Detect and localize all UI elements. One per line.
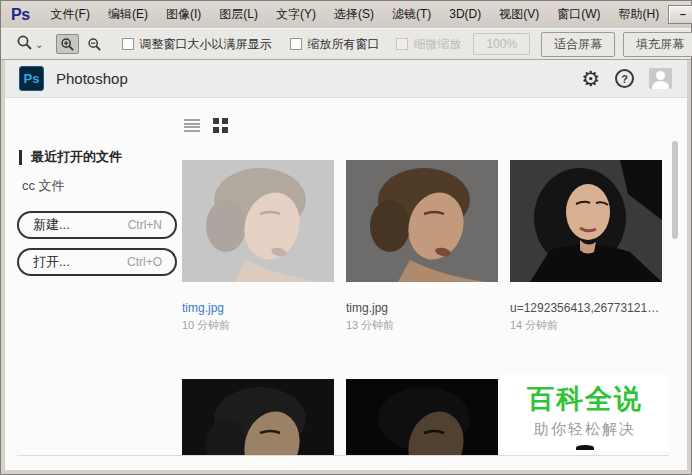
app-title: Photoshop <box>56 70 128 87</box>
help-icon[interactable]: ? <box>615 69 634 88</box>
file-name-link[interactable]: timg.jpg <box>182 301 334 315</box>
file-card: u=1292356413,2677312174&f... 14 分钟前 <box>510 160 662 282</box>
menu-3d[interactable]: 3D(D) <box>440 1 490 28</box>
checkbox-box <box>396 38 408 50</box>
file-card <box>346 379 498 455</box>
new-button-label: 新建... <box>33 216 70 234</box>
menu-type[interactable]: 文字(Y) <box>267 1 325 28</box>
file-card: timg.jpg 10 分钟前 <box>182 160 334 282</box>
ps-titlebar-logo: Ps <box>11 6 30 24</box>
file-time: 14 分钟前 <box>510 318 662 333</box>
menu-select[interactable]: 选择(S) <box>325 1 383 28</box>
file-thumbnail[interactable] <box>346 160 498 282</box>
minimize-button[interactable]: – <box>668 5 692 24</box>
fill-screen-button[interactable]: 填充屏幕 <box>623 32 692 57</box>
new-button-shortcut: Ctrl+N <box>128 218 162 232</box>
zoom-tool-icon[interactable] <box>16 34 33 55</box>
file-time: 10 分钟前 <box>182 318 334 333</box>
menu-image[interactable]: 图像(I) <box>157 1 210 28</box>
zoom-out-button[interactable] <box>83 34 106 54</box>
file-thumbnail[interactable] <box>346 379 498 455</box>
start-screen-header: Ps Photoshop ⚙ ? <box>5 60 687 98</box>
fit-screen-button[interactable]: 适合屏幕 <box>541 32 615 57</box>
gear-icon[interactable]: ⚙ <box>581 68 600 89</box>
open-file-button[interactable]: 打开... Ctrl+O <box>17 248 177 276</box>
menu-file[interactable]: 文件(F) <box>42 1 99 28</box>
watermark-title: 百科全说 <box>501 381 669 417</box>
start-screen-content: 最近打开的文件 cc 文件 新建... Ctrl+N 打开... Ctrl+O <box>5 98 687 470</box>
chevron-down-icon[interactable]: ⌄ <box>35 39 43 50</box>
file-name[interactable]: timg.jpg <box>346 301 498 315</box>
checkbox-box <box>290 38 302 50</box>
photoshop-window: Ps 文件(F) 编辑(E) 图像(I) 图层(L) 文字(Y) 选择(S) 滤… <box>0 0 692 475</box>
zoom-all-windows-checkbox[interactable]: 缩放所有窗口 <box>290 36 379 53</box>
titlebar: Ps 文件(F) 编辑(E) 图像(I) 图层(L) 文字(Y) 选择(S) 滤… <box>1 1 691 28</box>
file-card <box>182 379 334 455</box>
menu-help[interactable]: 帮助(H) <box>610 1 669 28</box>
new-file-button[interactable]: 新建... Ctrl+N <box>17 211 177 239</box>
tool-options-bar: ⌄ 调整窗口大小以满屏显示 缩放所有窗口 细微缩放 100% 适合屏幕 填充屏幕… <box>1 28 691 60</box>
zoom-all-windows-label: 缩放所有窗口 <box>307 36 379 53</box>
file-thumbnail[interactable] <box>182 379 334 455</box>
resize-windows-checkbox[interactable]: 调整窗口大小以满屏显示 <box>122 36 271 53</box>
sidebar-item-cc-files[interactable]: cc 文件 <box>22 177 65 195</box>
grid-view-icon[interactable] <box>213 118 228 133</box>
zoom-in-button[interactable] <box>56 34 79 54</box>
watermark-subtitle: 助你轻松解决 <box>501 420 669 439</box>
resize-windows-label: 调整窗口大小以满屏显示 <box>139 36 271 53</box>
watermark-logo-fragment <box>576 445 594 450</box>
scrubby-zoom-checkbox: 细微缩放 <box>396 36 461 53</box>
menu-edit[interactable]: 编辑(E) <box>99 1 157 28</box>
open-button-shortcut: Ctrl+O <box>127 255 162 269</box>
menu-layer[interactable]: 图层(L) <box>210 1 267 28</box>
file-thumbnail[interactable] <box>510 160 662 282</box>
window-controls: – □ ✕ <box>668 5 692 24</box>
active-item-accent-bar <box>19 150 22 165</box>
menu-view[interactable]: 视图(V) <box>490 1 548 28</box>
checkbox-box <box>122 38 134 50</box>
sidebar-item-recent-files[interactable]: 最近打开的文件 <box>19 148 122 166</box>
avatar[interactable] <box>649 68 672 89</box>
watermark-overlay: 百科全说 助你轻松解决 <box>501 374 669 451</box>
open-button-label: 打开... <box>33 253 70 271</box>
scrubby-zoom-label: 细微缩放 <box>413 36 461 53</box>
content-bottom-divider <box>17 455 669 456</box>
menu-filter[interactable]: 滤镜(T) <box>383 1 440 28</box>
ps-logo: Ps <box>19 66 44 91</box>
file-thumbnail[interactable] <box>182 160 334 282</box>
file-name[interactable]: u=1292356413,2677312174&f... <box>510 301 662 315</box>
vertical-scrollbar-thumb[interactable] <box>672 141 678 239</box>
recent-files-label: 最近打开的文件 <box>31 148 122 166</box>
file-card: timg.jpg 13 分钟前 <box>346 160 498 282</box>
zoom-level-button: 100% <box>473 33 530 55</box>
menu-window[interactable]: 窗口(W) <box>548 1 609 28</box>
list-view-icon[interactable] <box>184 119 200 132</box>
file-time: 13 分钟前 <box>346 318 498 333</box>
